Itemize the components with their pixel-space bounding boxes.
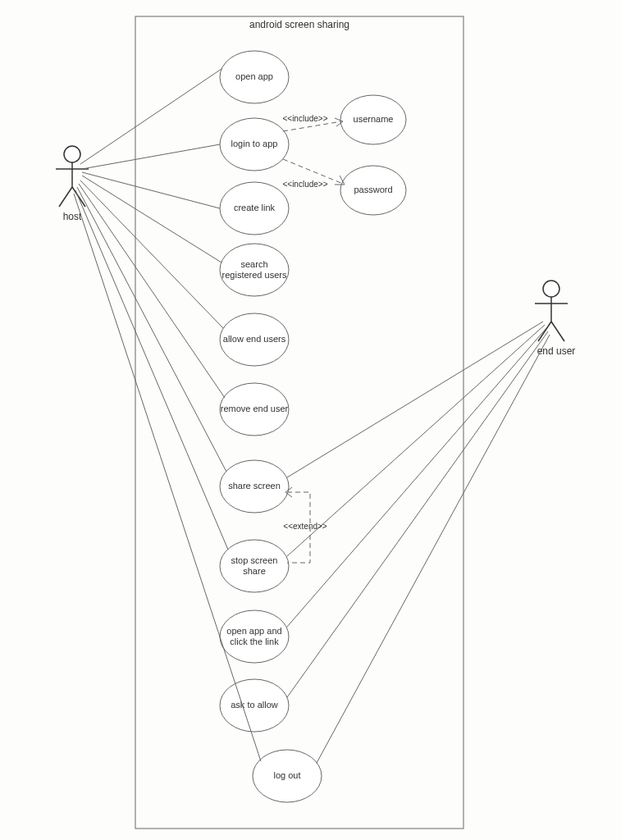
- svg-text:stop screen: stop screen: [231, 555, 278, 565]
- usecase-login: login to app: [220, 118, 289, 171]
- assoc-host-login: [82, 144, 220, 169]
- assoc-host-remove: [79, 184, 225, 398]
- svg-text:registered users: registered users: [222, 270, 287, 280]
- svg-line-8: [538, 322, 551, 341]
- svg-text:search: search: [240, 259, 267, 269]
- usecase-username: username: [340, 95, 406, 144]
- usecase-create-link: create link: [220, 182, 289, 235]
- system-boundary: [135, 16, 463, 829]
- assoc-host-stopshare: [75, 190, 228, 550]
- svg-text:<<include>>: <<include>>: [282, 180, 327, 189]
- extend-stop-share: <<extend>>: [283, 487, 327, 563]
- svg-point-5: [543, 281, 559, 297]
- usecase-search-users: search registered users: [220, 244, 289, 296]
- include-login-password: <<include>>: [282, 159, 345, 189]
- svg-line-9: [551, 322, 564, 341]
- system-title: android screen sharing: [249, 19, 349, 30]
- svg-text:allow end users: allow end users: [223, 334, 286, 344]
- assoc-host-openapp: [80, 69, 221, 164]
- assoc-enduser-share: [287, 322, 543, 477]
- usecase-allow-end-users: allow end users: [220, 313, 289, 366]
- use-case-diagram: android screen sharing host end user ope…: [0, 0, 621, 840]
- usecase-open-click-link: open app and click the link: [220, 610, 289, 663]
- svg-text:username: username: [354, 114, 394, 124]
- usecase-remove-end-user: remove end user: [220, 383, 289, 436]
- usecase-stop-share: stop screen share: [220, 540, 289, 592]
- actor-enduser: end user: [535, 281, 575, 357]
- svg-text:click the link: click the link: [230, 637, 279, 646]
- usecase-logout: log out: [253, 750, 322, 802]
- assoc-enduser-openclick: [287, 328, 546, 627]
- usecase-password: password: [340, 166, 406, 215]
- usecase-ask-allow: ask to allow: [220, 679, 289, 732]
- svg-text:share: share: [243, 566, 266, 576]
- svg-text:log out: log out: [273, 770, 300, 780]
- svg-text:password: password: [354, 185, 392, 194]
- assoc-enduser-logout: [317, 335, 550, 763]
- svg-text:ask to allow: ask to allow: [231, 700, 278, 710]
- assoc-host-createlink: [82, 172, 220, 208]
- svg-line-3: [59, 187, 72, 207]
- svg-text:create link: create link: [234, 203, 276, 212]
- svg-text:<<extend>>: <<extend>>: [283, 522, 327, 531]
- include-login-username: <<include>>: [282, 114, 343, 131]
- svg-text:open app and: open app and: [226, 626, 281, 636]
- usecase-share-screen: share screen: [220, 460, 289, 513]
- svg-point-0: [64, 146, 80, 162]
- svg-text:share screen: share screen: [228, 481, 281, 491]
- actor-host-label: host: [63, 211, 82, 222]
- assoc-host-allow: [80, 180, 223, 328]
- svg-text:remove end user: remove end user: [221, 404, 289, 413]
- svg-text:<<include>>: <<include>>: [282, 114, 327, 123]
- svg-text:open app: open app: [235, 71, 273, 81]
- assoc-enduser-ask: [287, 331, 548, 697]
- svg-text:login to app: login to app: [231, 139, 278, 148]
- usecase-open-app: open app: [220, 51, 289, 103]
